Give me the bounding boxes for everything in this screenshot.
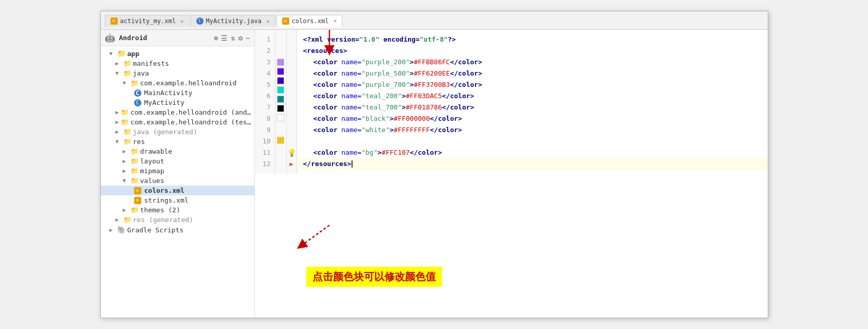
code-text-2: <resources> <box>303 45 347 57</box>
tree-item-res-generated[interactable]: ▶ 📁 res (generated) <box>101 215 254 225</box>
code-line-10 <box>297 136 768 147</box>
tree-label-mipmap: mipmap <box>140 167 164 175</box>
tree-item-com-example-and[interactable]: ▶ 📁 com.example.helloandroid (and… <box>101 107 254 117</box>
tab-close-activity-my-xml[interactable]: ✕ <box>180 18 184 25</box>
folder-icon-app: 📁 <box>117 49 126 58</box>
xml-file-icon-active: ≋ <box>282 17 289 25</box>
tab-close-colors-xml[interactable]: ✕ <box>334 17 337 24</box>
line-num-9: 9 <box>255 124 275 136</box>
code-line-4: <color name="purple_500">#FF6200EE</colo… <box>297 68 768 79</box>
chevron-app: ▼ <box>109 50 116 57</box>
marker-4 <box>287 68 297 79</box>
chevron-gradle-scripts: ▶ <box>109 227 116 233</box>
filter-icon[interactable]: ⇅ <box>231 34 235 42</box>
svg-line-2 <box>301 225 329 246</box>
code-tag-3: <color <box>313 58 342 66</box>
tab-activity-my-xml[interactable]: ≋ activity_my.xml ✕ <box>105 15 190 27</box>
tree-item-colors-xml[interactable]: ≋ colors.xml <box>101 186 254 195</box>
chevron-layout: ▶ <box>123 158 129 164</box>
tree-label-strings-xml: strings.xml <box>144 196 189 204</box>
swatch-teal200[interactable] <box>277 86 284 94</box>
folder-icon-mipmap: 📁 <box>131 167 139 175</box>
tree-item-gradle-scripts[interactable]: ▶ 🐘 Gradle Scripts <box>101 225 254 235</box>
folder-icon-values: 📁 <box>131 177 139 185</box>
tree-item-drawable[interactable]: ▶ 📁 drawable <box>101 147 254 156</box>
tree-label-manifests: manifests <box>133 60 169 67</box>
tree-item-values[interactable]: ▼ 📁 values <box>101 176 254 186</box>
tree-item-com-example-tes[interactable]: ▶ 📁 com.example.helloandroid (tes… <box>101 117 254 127</box>
folder-icon-java: 📁 <box>123 69 132 77</box>
line-num-6: 6 <box>255 90 275 102</box>
minimize-icon[interactable]: − <box>246 34 250 42</box>
tree-item-mainactivity[interactable]: C MainActivity <box>101 88 254 98</box>
marker-6 <box>287 90 297 102</box>
code-val-3: #FFBB86FC <box>414 58 450 66</box>
tab-label-activity-my-xml: activity_my.xml <box>120 17 176 25</box>
swatch-purple200[interactable] <box>277 59 284 66</box>
tab-close-myactivity-java[interactable]: ✕ <box>266 18 270 25</box>
java-file-icon: C <box>196 17 204 25</box>
line-num-1: 1 <box>255 34 275 45</box>
chevron-java-generated: ▶ <box>116 129 122 135</box>
marker-7 <box>287 102 297 113</box>
tab-myactivity-java[interactable]: C MyActivity.java ✕ <box>191 15 275 27</box>
triangle-icon: ▶ <box>289 158 293 170</box>
settings-icon[interactable]: ⚙ <box>238 34 243 42</box>
folder-icon-com-example-and: 📁 <box>121 108 129 116</box>
tab-bar: ≋ activity_my.xml ✕ C MyActivity.java ✕ … <box>101 11 768 30</box>
tree-item-res[interactable]: ▼ 📁 res <box>101 137 254 147</box>
sync-icon[interactable]: ☰ <box>221 34 228 42</box>
tree-label-java-generated: java (generated) <box>133 128 197 136</box>
code-line-8: <color name="black">#FF000000</color> <box>297 113 768 124</box>
chevron-manifests: ▶ <box>116 60 122 67</box>
folder-icon-drawable: 📁 <box>131 148 139 155</box>
tree-label-com-example-and: com.example.helloandroid (and… <box>131 108 251 116</box>
tree-item-manifests[interactable]: ▶ 📁 manifests <box>101 59 254 68</box>
line-num-8: 8 <box>255 113 275 124</box>
tree-item-app[interactable]: ▼ 📁 app <box>101 48 254 59</box>
line-num-11: 11 <box>255 147 275 158</box>
xml-icon-colors: ≋ <box>134 187 141 194</box>
tree-item-java-generated[interactable]: ▶ 📁 java (generated) <box>101 127 254 137</box>
tree-item-java[interactable]: ▼ 📁 java <box>101 68 254 78</box>
color-gutter <box>275 30 287 174</box>
code-line-2: <resources> <box>297 45 768 57</box>
tree-item-layout[interactable]: ▶ 📁 layout <box>101 156 254 166</box>
swatch-black[interactable] <box>277 105 284 112</box>
swatch-purple700[interactable] <box>277 77 284 84</box>
tab-label-myactivity-java: MyActivity.java <box>206 17 262 25</box>
tree-item-myactivity[interactable]: C MyActivity <box>101 98 254 107</box>
tree-item-com-example[interactable]: ▼ 📁 com.example.helloandroid <box>101 78 254 88</box>
tab-label-colors-xml: colors.xml <box>292 17 329 25</box>
tree-label-app: app <box>127 50 139 58</box>
folder-icon-res: 📁 <box>123 138 132 145</box>
tree-item-mipmap[interactable]: ▶ 📁 mipmap <box>101 166 254 176</box>
markers-gutter: 💡 ▶ <box>287 30 297 174</box>
code-editor[interactable]: 1 2 3 4 5 6 7 8 9 10 11 12 <box>255 30 768 174</box>
swatch-empty-12 <box>275 146 286 157</box>
folder-icon-com-example: 📁 <box>131 79 139 87</box>
swatch-purple500[interactable] <box>277 68 284 75</box>
java-icon-mainactivity: C <box>134 89 141 97</box>
tree-label-res: res <box>133 138 145 145</box>
chevron-drawable: ▶ <box>123 148 129 155</box>
chevron-java: ▼ <box>116 70 122 77</box>
editor-wrapper: 1 2 3 4 5 6 7 8 9 10 11 12 <box>255 30 768 318</box>
code-line-11: <color name="bg">#FFC107</color> <box>297 147 768 158</box>
tree-label-com-example-tes: com.example.helloandroid (tes… <box>131 118 251 126</box>
marker-lightbulb[interactable]: 💡 <box>287 147 297 158</box>
sidebar-title: Android <box>119 34 147 42</box>
sidebar-header: 🤖 Android ⊕ ☰ ⇅ ⚙ − <box>101 30 254 46</box>
swatch-teal700[interactable] <box>277 96 284 103</box>
folder-icon-com-example-tes: 📁 <box>121 118 129 126</box>
add-icon[interactable]: ⊕ <box>214 34 218 42</box>
chevron-res-generated: ▶ <box>116 216 122 223</box>
tree-item-strings-xml[interactable]: ≋ strings.xml <box>101 195 254 205</box>
tree-item-themes[interactable]: ▶ 📁 themes (2) <box>101 205 254 215</box>
tab-colors-xml[interactable]: ≋ colors.xml ✕ <box>276 15 343 27</box>
swatch-white[interactable] <box>277 114 284 121</box>
tree-label-myactivity: MyActivity <box>144 99 184 106</box>
code-line-9: <color name="white">#FFFFFFFF</color> <box>297 124 768 136</box>
marker-8 <box>287 113 297 124</box>
swatch-bg[interactable] <box>277 137 284 144</box>
